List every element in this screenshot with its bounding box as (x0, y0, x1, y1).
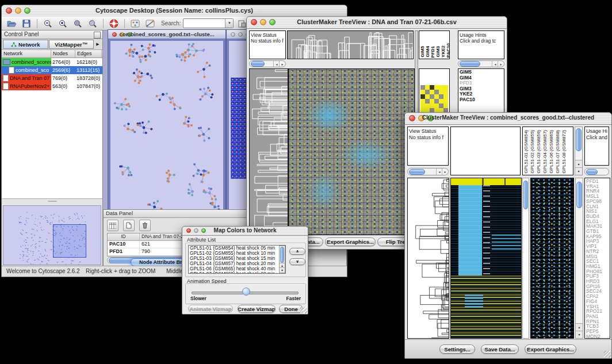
close-button[interactable] (231, 32, 235, 37)
scrollbar-thumb[interactable] (523, 181, 528, 209)
save-data-button[interactable]: Save Data... (481, 344, 519, 354)
column-label: GPL51-02 (GSM855) (530, 130, 536, 174)
network-doc-icon (3, 75, 9, 82)
labels-vscrollbar[interactable]: ▴ ▾ (575, 127, 583, 175)
tabs-overflow-arrow[interactable]: ▶ (94, 42, 101, 47)
attribute-table-icon[interactable] (107, 220, 118, 231)
usage-hints-scrollbar[interactable]: ◂ ▸ (458, 60, 504, 67)
export-graphics-button[interactable]: Export Graphics... (325, 237, 376, 246)
gene-list-vscrollbar[interactable]: ▴ ▾ (575, 178, 583, 339)
column-label: GIM4 (425, 46, 430, 58)
scroll-down-icon[interactable]: ▾ (576, 331, 583, 338)
panel-splitter[interactable] (2, 199, 102, 204)
row-dendrogram[interactable] (249, 68, 288, 235)
zoom-out-icon[interactable] (41, 18, 54, 29)
attribute-item[interactable]: GPL51-07 (GSM868) heat shock 60 min (190, 271, 285, 274)
view-status-scrollbar[interactable]: ◂ ▸ (249, 60, 286, 67)
zoom-heatmap-view[interactable] (530, 178, 574, 339)
new-attribute-icon[interactable] (123, 220, 135, 231)
gene-label-list[interactable]: PFD1YRA1RNR4MSL1SPC98CLN1NIS1BUD4ELG1MAK… (584, 178, 610, 339)
save-icon[interactable] (20, 18, 33, 29)
scroll-right-icon[interactable]: ▸ (279, 61, 285, 67)
cluster-matrix-thumbnail[interactable] (420, 85, 448, 113)
move-up-button[interactable]: ∧ (289, 248, 305, 255)
zoom-in-icon[interactable] (56, 18, 69, 29)
resize-grip[interactable] (300, 306, 307, 313)
scrollbar-thumb[interactable] (586, 169, 598, 175)
speed-slider-thumb[interactable] (242, 288, 250, 296)
column-label: YKE2 (441, 45, 446, 58)
attribute-list[interactable]: GPL51-01 (GSM854) heat shock 05 minGPL51… (188, 245, 286, 274)
scroll-up-icon[interactable]: ▴ (575, 160, 582, 167)
network-view-2-titlebar[interactable] (227, 30, 248, 39)
treeview-dna-title: ClusterMaker TreeView : DNA and Tran 07-… (247, 18, 507, 25)
network-overview-thumbnail[interactable] (3, 205, 101, 265)
network-canvas[interactable] (108, 39, 225, 212)
scroll-right-icon[interactable]: ▸ (442, 168, 448, 175)
overview-viewport-rect[interactable] (53, 224, 86, 258)
view-status-scrollbar[interactable]: ◂ ▸ (407, 168, 449, 175)
scroll-right-icon[interactable]: ▸ (498, 61, 504, 67)
attribute-list-scrollbar[interactable]: ▴ ▾ (279, 246, 285, 273)
network-list-row[interactable]: combined_sco 2569(6) 13112(15) (2, 66, 102, 74)
main-window-titlebar[interactable]: Cytoscape Desktop (Session Name: collins… (2, 5, 347, 17)
create-vizmap-button[interactable]: Create Vizmap (238, 305, 276, 313)
heatmap-global-view[interactable] (288, 68, 415, 235)
heatmap-vscrollbar[interactable] (522, 178, 529, 339)
gene-label[interactable]: PAC10 (460, 97, 503, 103)
resize-grip[interactable] (604, 351, 611, 358)
control-panel: Control Panel Network VizMapper™ ▶ Netwo… (2, 30, 103, 266)
network-list-row[interactable]: combined_scores 2764(0) 16218(0) (2, 58, 102, 66)
heatmap-gray-column (483, 185, 490, 275)
column-labels-panel: GIM5GIM4PFD1GIM3YKE2PAC10 (419, 30, 450, 59)
node-attributes-icon[interactable] (129, 18, 141, 29)
zoom-selected-icon[interactable] (86, 18, 99, 29)
minimize-button[interactable] (238, 32, 243, 37)
edge-attributes-icon[interactable] (144, 18, 156, 29)
done-button[interactable]: Done (279, 305, 303, 313)
move-down-button[interactable]: ∨ (289, 258, 305, 265)
zoom-fit-icon[interactable] (71, 18, 84, 29)
network-doc-icon (3, 59, 10, 65)
treeview-dna-titlebar[interactable]: ClusterMaker TreeView : DNA and Tran 07-… (247, 17, 507, 29)
tab-vizmapper[interactable]: VizMapper™ (49, 40, 94, 49)
settings-button[interactable]: Settings... (439, 344, 475, 354)
row-dendrogram[interactable] (407, 178, 449, 339)
open-file-icon[interactable] (5, 18, 18, 29)
heatmap-lower-band (451, 275, 521, 338)
tab-network[interactable]: Network (3, 40, 48, 49)
column-label: GPL51-04 (GSM857) (542, 130, 549, 174)
column-labels: GIM5GIM4PFD1GIM3YKE2PAC10 (420, 32, 450, 58)
network-list-row[interactable]: DNA and Tran 07 769(0) 183728(0) (2, 74, 102, 82)
scrollbar-thumb[interactable] (409, 169, 425, 175)
data-panel-toolbar (107, 220, 151, 231)
heatmap-upper-band (451, 185, 521, 275)
float-panel-icon[interactable] (94, 32, 101, 39)
search-dropdown-arrow[interactable]: ▼ (225, 19, 233, 28)
scrollbar-thumb[interactable] (251, 61, 265, 67)
scrollbar-thumb[interactable] (576, 182, 582, 208)
scrollbar-thumb[interactable] (460, 61, 480, 67)
heatmap-global-view[interactable] (450, 178, 522, 339)
network-view-window: combined_scores_good.txt--cluste... (108, 29, 226, 212)
scrollbar-thumb[interactable] (576, 128, 582, 151)
network-list-row[interactable]: RNAPuberNov2+ 563(0) 107847(0) (2, 82, 102, 90)
column-dendrogram[interactable] (287, 30, 414, 59)
scroll-down-icon[interactable]: ▾ (575, 167, 582, 175)
attribute-items: GPL51-01 (GSM854) heat shock 05 minGPL51… (190, 246, 285, 274)
delete-attribute-icon[interactable] (139, 220, 151, 231)
treeview-combined-titlebar[interactable]: ClusterMaker TreeView : combined_scores_… (405, 113, 611, 125)
network-view-titlebar[interactable]: combined_scores_good.txt--cluste... (108, 30, 225, 39)
faster-label: Faster (286, 296, 301, 301)
scroll-up-icon[interactable]: ▴ (576, 323, 583, 331)
search-input[interactable]: ▼ (183, 18, 234, 28)
animate-vizmap-button[interactable]: Animate Vizmap (188, 305, 233, 313)
help-lifering-icon[interactable] (108, 18, 120, 29)
scrollbar-thumb[interactable] (280, 247, 284, 263)
usage-hints-scrollbar[interactable] (584, 168, 609, 175)
scroll-down-icon[interactable]: ▾ (280, 267, 285, 273)
dialog-titlebar[interactable]: Map Colors to Network (182, 227, 308, 236)
network-canvas-2[interactable] (227, 39, 248, 212)
export-graphics-button[interactable]: Export Graphics... (525, 344, 576, 354)
gene-label[interactable]: MON2 (586, 334, 609, 339)
